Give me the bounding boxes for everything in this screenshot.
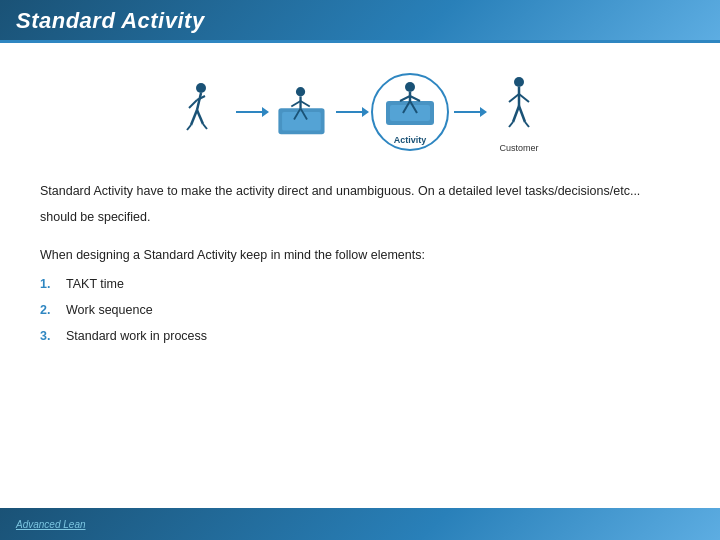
list-text-1: TAKT time [66,277,124,291]
header-bar: Standard Activity [0,0,720,40]
svg-line-35 [519,106,525,122]
svg-line-14 [291,100,300,106]
diagram-step-activity: Activity [371,73,449,151]
svg-marker-9 [262,107,269,117]
svg-line-2 [189,100,197,108]
list-num-2: 2. [40,303,58,317]
paragraph-1: Standard Activity have to make the activ… [40,181,680,201]
svg-marker-29 [480,107,487,117]
arrow-1 [231,77,271,147]
svg-line-5 [197,110,203,124]
svg-rect-11 [282,112,321,130]
svg-rect-21 [390,105,430,121]
diagram-step-person [171,77,231,147]
arrow-2 [331,77,371,147]
svg-line-7 [203,124,207,129]
section-intro: When designing a Standard Activity keep … [40,245,680,265]
list-num-1: 1. [40,277,58,291]
svg-point-30 [514,77,524,87]
activity-label: Activity [394,135,427,145]
footer-bar: Advanced Lean [0,508,720,540]
list-item-3: 3. Standard work in process [40,329,680,343]
svg-line-24 [400,96,410,101]
paragraph-2: should be specified. [40,207,680,227]
svg-marker-19 [362,107,369,117]
diagram-area: Activity [0,43,720,173]
list-item-2: 2. Work sequence [40,303,680,317]
content-area: Standard Activity have to make the activ… [0,173,720,363]
person-icon [171,77,231,147]
svg-line-34 [513,106,519,122]
diagram-step-customer: Customer [489,71,549,153]
svg-line-15 [301,100,310,106]
svg-point-12 [296,87,305,96]
svg-line-6 [187,125,191,130]
diagram-step-workstation [271,77,331,147]
svg-line-1 [197,93,201,110]
customer-label: Customer [499,143,538,153]
arrow-3 [449,77,489,147]
svg-line-32 [509,94,519,102]
svg-line-25 [410,96,420,101]
svg-line-37 [525,122,529,127]
footer-link[interactable]: Advanced Lean [16,519,86,530]
list-text-3: Standard work in process [66,329,207,343]
elements-list: 1. TAKT time 2. Work sequence 3. Standar… [40,277,680,343]
svg-point-22 [405,82,415,92]
list-num-3: 3. [40,329,58,343]
activity-workstation-icon [380,79,440,134]
list-item-1: 1. TAKT time [40,277,680,291]
customer-icon [489,71,549,141]
svg-line-33 [519,94,529,102]
page-title: Standard Activity [16,8,704,34]
svg-point-0 [196,83,206,93]
svg-line-36 [509,122,513,127]
svg-line-4 [191,110,197,125]
workstation-icon [271,77,331,147]
list-text-2: Work sequence [66,303,153,317]
